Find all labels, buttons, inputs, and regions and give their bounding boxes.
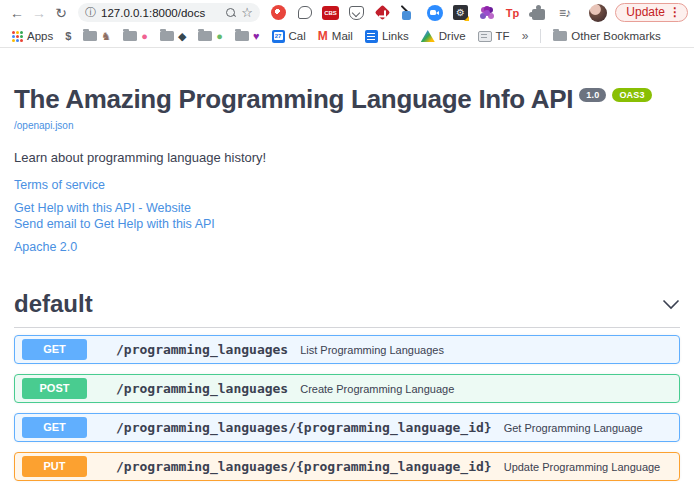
section-title: default: [14, 290, 93, 318]
purple-heart-glyph: ♥: [253, 31, 260, 42]
api-description: Learn about programming language history…: [14, 150, 680, 165]
links-label: Links: [382, 30, 409, 42]
speech-bubble-extension-icon[interactable]: [296, 4, 313, 21]
green-leaf-glyph: ●: [216, 31, 223, 42]
back-icon[interactable]: ←: [6, 5, 28, 21]
folder-icon: [553, 31, 567, 41]
endpoint-path: /programming_languages/{programming_lang…: [116, 420, 492, 435]
bookmarks-separator: [540, 29, 541, 43]
folder-icon: [235, 31, 249, 41]
bookmark-drive[interactable]: Drive: [417, 30, 470, 42]
zoom-magnifier-icon[interactable]: [226, 8, 236, 18]
endpoint-path: /programming_languages: [116, 342, 288, 357]
update-button[interactable]: Update ⋮: [615, 3, 688, 22]
endpoint-path: /programming_languages/{programming_lang…: [116, 459, 492, 474]
apps-shortcut[interactable]: Apps: [8, 30, 57, 42]
bookmark-folder-heart[interactable]: ♥: [231, 31, 264, 42]
calendar-icon: 27: [272, 30, 285, 43]
gear-extension-icon[interactable]: ⚙: [452, 4, 469, 21]
bookmark-calendar[interactable]: 27 Cal: [268, 30, 310, 43]
bookmarks-overflow-chevron[interactable]: »: [518, 29, 533, 43]
bookmark-folder-horse[interactable]: ♞: [79, 31, 115, 42]
drive-label: Drive: [439, 30, 466, 42]
horse-glyph: ♞: [101, 31, 111, 42]
address-bar[interactable]: ⓘ 127.0.0.1:8000/docs ☆: [78, 3, 260, 22]
method-badge[interactable]: GET: [22, 417, 87, 438]
other-bookmarks-label: Other Bookmarks: [571, 30, 660, 42]
browser-menu-icon[interactable]: ⋮: [669, 5, 681, 19]
apps-label: Apps: [27, 30, 53, 42]
api-info-links: Terms of service Get Help with this API …: [14, 178, 680, 254]
tp-extension-icon[interactable]: Tp: [504, 4, 521, 21]
endpoint-row[interactable]: GET /programming_languages List Programm…: [14, 335, 680, 364]
endpoint-row[interactable]: POST /programming_languages Create Progr…: [14, 374, 680, 403]
method-cell: PUT: [22, 456, 106, 477]
url-text[interactable]: 127.0.0.1:8000/docs: [101, 7, 221, 19]
endpoint-summary: Get Programming Language: [504, 422, 643, 434]
cbs-extension-icon[interactable]: CBS: [322, 4, 339, 21]
help-email-link[interactable]: Send email to Get Help with this API: [14, 216, 680, 232]
method-badge[interactable]: PUT: [22, 456, 87, 477]
apps-grid-icon: [12, 31, 23, 42]
flower-extension-icon[interactable]: [478, 4, 495, 21]
tf-label: TF: [496, 30, 510, 42]
method-cell: GET: [22, 417, 106, 438]
bookmark-links[interactable]: Links: [361, 30, 413, 43]
bookmark-mail[interactable]: M Mail: [314, 29, 357, 43]
other-bookmarks[interactable]: Other Bookmarks: [549, 30, 664, 42]
endpoint-path: /programming_languages: [116, 381, 288, 396]
chevron-down-icon[interactable]: [662, 299, 680, 310]
folder-icon: [160, 31, 174, 41]
mail-label: Mail: [332, 30, 353, 42]
gmail-icon: M: [318, 29, 328, 43]
drive-icon: [421, 30, 435, 42]
bookmark-folder-graduation[interactable]: ◆: [156, 31, 190, 42]
method-cell: POST: [22, 378, 106, 399]
folder-icon: [198, 31, 212, 41]
openapi-spec-link[interactable]: /openapi.json: [14, 120, 74, 131]
endpoints-list: GET /programming_languages List Programm…: [14, 335, 680, 485]
bookmark-folder-flower[interactable]: ●: [119, 31, 152, 42]
bookmark-tf[interactable]: TF: [474, 30, 514, 42]
color-picker-extension-icon[interactable]: [400, 4, 417, 21]
help-website-link[interactable]: Get Help with this API - Website: [14, 200, 680, 216]
page-title: The Amazing Programming Language Info AP…: [14, 84, 680, 115]
endpoint-summary: Create Programming Language: [300, 383, 454, 395]
endpoint-row[interactable]: GET /programming_languages/{programming_…: [14, 413, 680, 442]
endpoint-row[interactable]: PUT /programming_languages/{programming_…: [14, 452, 680, 481]
media-list-icon[interactable]: ≡♪: [556, 4, 573, 21]
bookmark-folder-leaf[interactable]: ●: [194, 31, 227, 42]
bookmark-star-icon[interactable]: ☆: [241, 6, 253, 19]
links-icon: [365, 30, 378, 43]
refresh-icon[interactable]: ↻: [50, 5, 72, 21]
endpoint-summary: Update Programming Language: [504, 461, 661, 473]
graduation-glyph: ◆: [178, 31, 186, 42]
api-title-text: The Amazing Programming Language Info AP…: [14, 84, 573, 114]
method-badge[interactable]: POST: [22, 378, 87, 399]
bookmark-folder-dollar[interactable]: $: [61, 31, 75, 42]
dollar-glyph: $: [65, 31, 71, 42]
terms-of-service-link[interactable]: Terms of service: [14, 178, 680, 192]
tag-section-header[interactable]: default: [14, 290, 680, 328]
folder-icon: [83, 31, 97, 41]
pink-flower-glyph: ●: [141, 31, 148, 42]
pocket-extension-icon[interactable]: [348, 4, 365, 21]
card-icon: [478, 31, 492, 42]
browser-toolbar: ← → ↻ ⓘ 127.0.0.1:8000/docs ☆ CBS ⚙ Tp ≡…: [0, 0, 694, 25]
swagger-page: The Amazing Programming Language Info AP…: [0, 84, 694, 485]
forward-icon[interactable]: →: [28, 5, 50, 21]
license-link[interactable]: Apache 2.0: [14, 240, 680, 254]
version-badge: 1.0: [579, 88, 606, 102]
site-info-icon[interactable]: ⓘ: [85, 5, 96, 20]
cal-label: Cal: [289, 30, 306, 42]
bookmarks-bar: Apps $ ♞ ● ◆ ● ♥ 27 Cal M Mail Links Dri…: [0, 25, 694, 48]
oas3-badge: OAS3: [612, 88, 651, 102]
method-cell: GET: [22, 339, 106, 360]
video-camera-extension-icon[interactable]: [426, 4, 443, 21]
diamond-arrow-extension-icon[interactable]: [374, 4, 391, 21]
red-circle-extension-icon[interactable]: [270, 4, 287, 21]
method-badge[interactable]: GET: [22, 339, 87, 360]
profile-avatar[interactable]: [589, 4, 607, 22]
extensions-puzzle-icon[interactable]: [530, 4, 547, 21]
folder-icon: [123, 31, 137, 41]
